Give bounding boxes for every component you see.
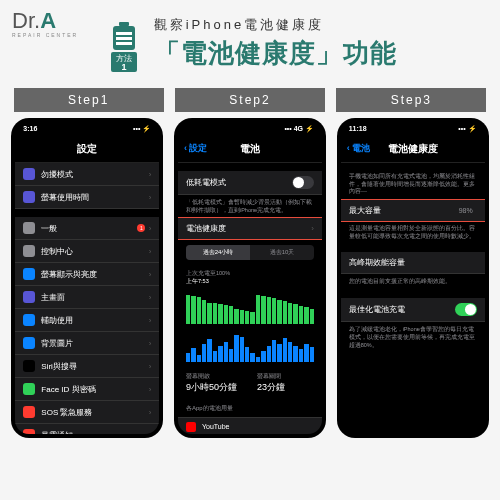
chevron-right-icon: › — [149, 193, 152, 202]
chevron-right-icon: › — [149, 362, 152, 371]
signal-icon: ••• ⚡ — [133, 125, 151, 133]
opt-desc: 為了減緩電池老化，iPhone會學習您的每日充電模式，以便在您需要使用前等候，再… — [341, 322, 485, 353]
row-icon — [23, 168, 35, 180]
nav-title: ‹ 設定 電池 — [178, 136, 322, 163]
subtitle: 觀察iPhone電池健康度 — [154, 16, 397, 34]
settings-row[interactable]: 暴露通知› — [15, 424, 159, 434]
low-power-toggle[interactable] — [292, 176, 314, 189]
signal-icon: ••• 4G ⚡ — [284, 125, 314, 133]
peak-desc: 您的電池目前支援正常的高峰期效能。 — [341, 274, 485, 290]
back-button[interactable]: ‹ 設定 — [184, 142, 208, 155]
max-capacity-row[interactable]: 最大容量 98% — [341, 199, 485, 222]
chevron-right-icon: › — [149, 247, 152, 256]
app-usage-row[interactable]: YouTube — [178, 417, 322, 434]
settings-row[interactable]: 螢幕使用時間› — [15, 186, 159, 209]
signal-icon: ••• ⚡ — [458, 125, 476, 133]
settings-row[interactable]: 主畫面› — [15, 286, 159, 309]
svg-rect-0 — [119, 22, 129, 26]
chevron-right-icon: › — [149, 293, 152, 302]
chevron-right-icon: › — [149, 408, 152, 417]
row-icon — [23, 268, 35, 280]
settings-row[interactable]: 螢幕顯示與亮度› — [15, 263, 159, 286]
svg-rect-4 — [116, 42, 132, 45]
youtube-icon — [186, 422, 196, 432]
settings-row[interactable]: 勿擾模式› — [15, 163, 159, 186]
settings-row[interactable]: Siri與搜尋› — [15, 355, 159, 378]
row-icon — [23, 337, 35, 349]
settings-row[interactable]: 控制中心› — [15, 240, 159, 263]
last-charge: 上次充電至100%上午7:53 — [178, 266, 322, 289]
svg-rect-2 — [116, 32, 132, 35]
phone-step2: ••• 4G ⚡ ‹ 設定 電池 低耗電模式 「低耗電模式」會暫時減少背景活動（… — [174, 118, 326, 438]
title: 「電池健康度」功能 — [154, 36, 397, 71]
settings-row[interactable]: 一般1› — [15, 217, 159, 240]
nav-title: 設定 — [15, 136, 159, 163]
intro-text: 手機電池如同所有充電式電池，均屬於消耗性組件，會隨著使用時間增長而逐漸降低效能。… — [341, 169, 485, 200]
settings-row[interactable]: 輔助使用› — [15, 309, 159, 332]
battery-level-chart — [178, 290, 322, 328]
optimized-charging-row[interactable]: 最佳化電池充電 — [341, 298, 485, 322]
row-icon — [23, 222, 35, 234]
row-icon — [23, 360, 35, 372]
row-icon — [23, 383, 35, 395]
battery-method-icon: 方法 1 — [103, 22, 145, 78]
chevron-right-icon: › — [149, 431, 152, 435]
row-icon — [23, 291, 35, 303]
row-icon — [23, 429, 35, 434]
chevron-right-icon: › — [149, 224, 152, 233]
settings-row[interactable]: 背景圖片› — [15, 332, 159, 355]
peak-perf-row: 高峰期效能容量 — [341, 252, 485, 274]
row-icon — [23, 314, 35, 326]
nav-title: ‹ 電池 電池健康度 — [341, 136, 485, 163]
chevron-right-icon: › — [149, 170, 152, 179]
svg-rect-3 — [116, 37, 132, 40]
chevron-right-icon: › — [149, 270, 152, 279]
phone-step3: 11:18••• ⚡ ‹ 電池 電池健康度 手機電池如同所有充電式電池，均屬於消… — [337, 118, 489, 438]
chevron-right-icon: › — [149, 316, 152, 325]
row-icon — [23, 245, 35, 257]
settings-row[interactable]: Face ID 與密碼› — [15, 378, 159, 401]
optimized-toggle[interactable] — [455, 303, 477, 316]
step1-label: Step1 — [14, 88, 164, 112]
back-button[interactable]: ‹ 電池 — [347, 142, 371, 155]
low-power-row[interactable]: 低耗電模式 — [178, 171, 322, 195]
chevron-right-icon: › — [311, 224, 314, 233]
row-icon — [23, 191, 35, 203]
chevron-right-icon: › — [149, 385, 152, 394]
max-cap-desc: 這是測量電池容量相對於全新狀態的百分比。容量較低可能導致每次充電之間的使用時數減… — [341, 221, 485, 244]
chevron-right-icon: › — [149, 339, 152, 348]
low-power-desc: 「低耗電模式」會暫時減少背景活動（例如下載和郵件擷取），直到iPhone完成充電… — [178, 195, 322, 218]
row-icon — [23, 406, 35, 418]
step-labels: Step1 Step2 Step3 — [0, 88, 500, 112]
svg-text:1: 1 — [122, 62, 127, 72]
step2-label: Step2 — [175, 88, 325, 112]
activity-chart — [178, 328, 322, 366]
time-segment[interactable]: 過去24小時過去10天 — [186, 245, 314, 260]
brand-logo: Dr.A REPAIR CENTER — [12, 8, 78, 38]
usage-stats: 螢幕開啟9小時50分鐘 螢幕關閉23分鐘 — [178, 366, 322, 400]
step3-label: Step3 — [336, 88, 486, 112]
battery-health-row[interactable]: 電池健康度› — [178, 217, 322, 240]
settings-row[interactable]: SOS 緊急服務› — [15, 401, 159, 424]
phone-step1: 3:16••• ⚡ 設定 勿擾模式›螢幕使用時間›一般1›控制中心›螢幕顯示與亮… — [11, 118, 163, 438]
